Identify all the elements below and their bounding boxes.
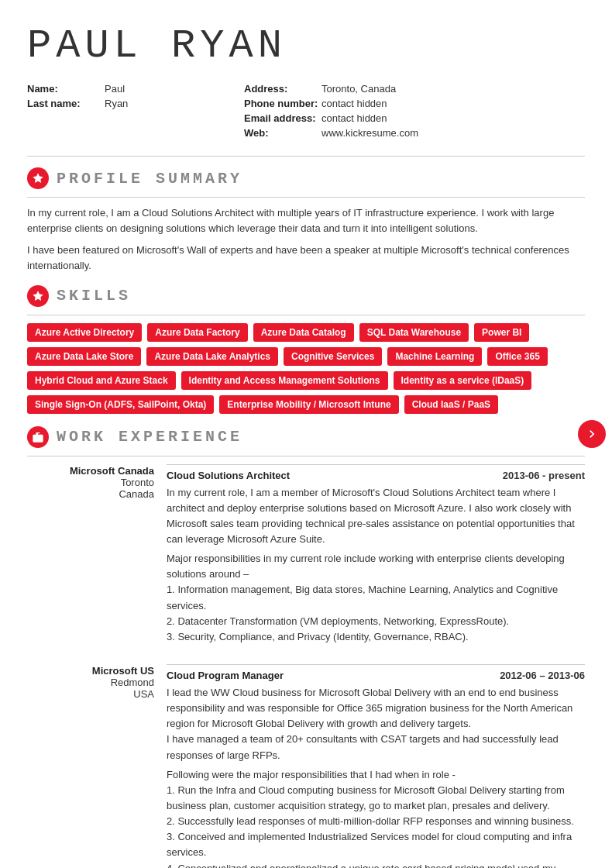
work-item-2: Microsoft US Redmond USA Cloud Program M… <box>27 664 585 868</box>
divider-3 <box>27 315 585 315</box>
job-title-1: Cloud Solutions Architect <box>167 470 290 481</box>
work-left-2: Microsoft US Redmond USA <box>27 664 167 868</box>
job-desc-2a: I lead the WW Cloud business for Microso… <box>167 685 585 763</box>
work-section: Microsoft Canada Toronto Canada Cloud So… <box>27 464 585 868</box>
skills-header: SKILLS <box>27 285 585 307</box>
skill-tag: Azure Data Factory <box>147 323 247 342</box>
web-value: www.kickresume.com <box>321 127 418 139</box>
lastname-row: Last name: Ryan <box>27 98 244 109</box>
work-item-1: Microsoft Canada Toronto Canada Cloud So… <box>27 464 585 649</box>
city-1: Toronto <box>27 477 154 488</box>
profile-para-2: I have been featured on Microsoft's Wall… <box>27 243 585 274</box>
skill-tag: Power BI <box>474 323 529 342</box>
email-row: Email address: contact hidden <box>244 112 585 124</box>
experience-icon <box>27 426 49 448</box>
email-value: contact hidden <box>321 112 387 124</box>
web-label: Web: <box>244 127 321 139</box>
contact-left: Name: Paul Last name: Ryan <box>27 83 244 142</box>
skill-tag: Azure Data Lake Store <box>27 347 141 366</box>
skills-icon <box>27 285 49 307</box>
company-1: Microsoft Canada <box>27 465 154 477</box>
skill-tag: Machine Learning <box>387 347 482 366</box>
skill-tag: Cognitive Services <box>284 347 382 366</box>
skill-tag: Cloud IaaS / PaaS <box>404 395 498 414</box>
skill-tag: Hybrid Cloud and Azure Stack <box>27 371 176 390</box>
city-2: Redmond <box>27 677 154 688</box>
title-row-1: Cloud Solutions Architect 2013-06 - pres… <box>167 470 585 481</box>
skill-tag: Identity as a service (IDaaS) <box>394 371 532 390</box>
email-label: Email address: <box>244 112 321 124</box>
experience-header: WORK EXPERIENCE <box>27 426 585 448</box>
skills-title: SKILLS <box>57 287 131 305</box>
skill-tag: Azure Data Lake Analytics <box>146 347 278 366</box>
profile-header: PROFILE SUMMARY <box>27 167 585 189</box>
skills-container: Azure Active Directory Azure Data Factor… <box>27 323 585 414</box>
phone-value: contact hidden <box>321 98 387 109</box>
address-value: Toronto, Canada <box>321 83 396 95</box>
experience-title: WORK EXPERIENCE <box>57 428 242 446</box>
address-row: Address: Toronto, Canada <box>244 83 585 95</box>
title-row-2: Cloud Program Manager 2012-06 – 2013-06 <box>167 670 585 681</box>
country-1: Canada <box>27 488 154 500</box>
job-dates-2: 2012-06 – 2013-06 <box>500 670 585 681</box>
skill-tag: Single Sign-On (ADFS, SailPoint, Okta) <box>27 395 214 414</box>
job-desc-1b: Major responsibilities in my current rol… <box>167 551 585 645</box>
briefcase-icon <box>32 431 44 443</box>
work-right-1: Cloud Solutions Architect 2013-06 - pres… <box>167 464 585 649</box>
profile-para-1: In my current role, I am a Cloud Solutio… <box>27 205 585 236</box>
lastname-value: Ryan <box>105 98 128 109</box>
skill-tag: Azure Active Directory <box>27 323 142 342</box>
name-row: Name: Paul <box>27 83 244 95</box>
profile-title: PROFILE SUMMARY <box>57 170 242 188</box>
skill-tag: Enterprise Mobility / Microsoft Intune <box>219 395 398 414</box>
divider-2 <box>27 197 585 198</box>
job-desc-1a: In my current role, I am a member of Mic… <box>167 485 585 548</box>
skill-tag: Azure Data Catalog <box>253 323 354 342</box>
divider-1 <box>27 156 585 157</box>
web-row: Web: www.kickresume.com <box>244 127 585 139</box>
contact-info: Name: Paul Last name: Ryan Address: Toro… <box>27 83 585 142</box>
skill-tag: SQL Data Warehouse <box>359 323 469 342</box>
lastname-label: Last name: <box>27 98 105 109</box>
job-dates-1: 2013-06 - present <box>503 470 585 481</box>
skill-tag: Office 365 <box>487 347 547 366</box>
phone-row: Phone number: contact hidden <box>244 98 585 109</box>
address-label: Address: <box>244 83 321 95</box>
job-title-2: Cloud Program Manager <box>167 670 284 681</box>
work-left-1: Microsoft Canada Toronto Canada <box>27 464 167 649</box>
star-icon-2 <box>32 290 44 302</box>
skill-tag: Identity and Access Management Solutions <box>181 371 388 390</box>
job-desc-2b: Following were the major responsibilitie… <box>167 767 585 868</box>
contact-right: Address: Toronto, Canada Phone number: c… <box>244 83 585 142</box>
star-icon <box>32 172 44 184</box>
profile-icon <box>27 167 49 189</box>
phone-label: Phone number: <box>244 98 321 109</box>
divider-4 <box>27 456 585 456</box>
country-2: USA <box>27 688 154 700</box>
resume-name: PAUL RYAN <box>27 23 585 69</box>
next-page-button[interactable] <box>578 420 606 448</box>
name-label: Name: <box>27 83 105 95</box>
work-right-2: Cloud Program Manager 2012-06 – 2013-06 … <box>167 664 585 868</box>
name-value: Paul <box>105 83 125 95</box>
chevron-right-icon <box>584 426 600 442</box>
company-2: Microsoft US <box>27 665 154 677</box>
